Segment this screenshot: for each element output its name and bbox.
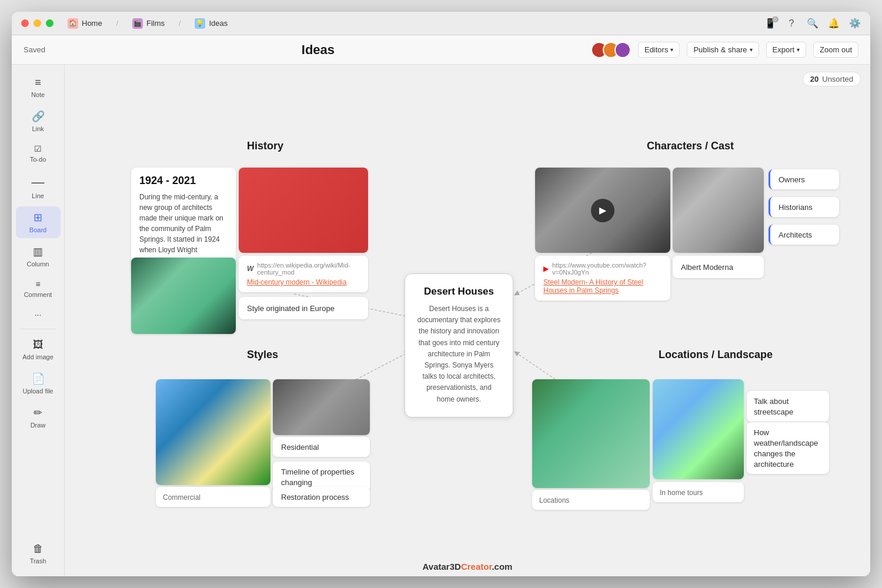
locations-text: Locations — [539, 496, 569, 505]
canvas[interactable]: 20 Unsorted History — [65, 65, 870, 576]
history-chair-card[interactable] — [239, 168, 368, 253]
sidebar-item-comment[interactable]: ≡ Comment — [16, 275, 61, 303]
sidebar-item-link[interactable]: 🔗 Link — [16, 105, 61, 137]
commercial-text: Commercial — [163, 493, 201, 502]
history-wiki-card[interactable]: W https://en.wikipedia.org/wiki/Mid-cent… — [239, 256, 368, 292]
characters-architects-card[interactable]: Architects — [769, 225, 839, 245]
locations-inhome-card[interactable]: In home tours — [653, 482, 744, 502]
help-icon[interactable]: ? — [786, 18, 797, 29]
styles-residential-card[interactable]: Residential — [273, 437, 370, 457]
minimize-button[interactable] — [34, 19, 41, 27]
unsorted-count: 20 — [810, 75, 818, 83]
export-button[interactable]: Export ▾ — [766, 42, 807, 58]
sidebar-item-draw[interactable]: ✏ Draw — [16, 402, 61, 433]
characters-person-card[interactable] — [673, 168, 764, 253]
export-label: Export — [773, 45, 795, 54]
column-icon: ▥ — [33, 245, 43, 258]
app-window: 🏠 Home / 🎬 Films / 💡 Ideas 📱 0 ? 🔍 🔔 ⚙️ … — [12, 12, 870, 576]
maximize-button[interactable] — [46, 19, 54, 27]
characters-historians-card[interactable]: Historians — [769, 197, 839, 217]
note-label: Note — [31, 91, 45, 98]
comment-label: Comment — [24, 291, 52, 298]
inhome-text: In home tours — [660, 489, 703, 497]
sidebar-item-trash[interactable]: 🗑 Trash — [16, 538, 61, 569]
center-node[interactable]: Desert Houses Desert Houses is a documen… — [405, 273, 513, 417]
tab-home[interactable]: 🏠 Home — [63, 16, 107, 31]
todo-label: To-do — [30, 156, 46, 163]
locations-weather-card[interactable]: How weather/landscape changes the archit… — [747, 422, 829, 474]
zoom-out-button[interactable]: Zoom out — [813, 42, 858, 58]
styles-bwcar-card[interactable] — [273, 379, 370, 435]
sidebar-item-line[interactable]: — Line — [16, 170, 61, 204]
mobile-icon[interactable]: 📱 0 — [764, 18, 776, 29]
styles-restoration-card[interactable]: Restoration process — [273, 487, 370, 507]
draw-label: Draw — [31, 422, 46, 429]
titlebar: 🏠 Home / 🎬 Films / 💡 Ideas 📱 0 ? 🔍 🔔 ⚙️ — [12, 12, 870, 35]
editors-button[interactable]: Editors ▾ — [638, 42, 680, 58]
locations-streetscape-card[interactable]: Talk about streetscape — [747, 391, 829, 422]
search-icon[interactable]: 🔍 — [807, 18, 818, 29]
more-icon: ··· — [35, 310, 42, 319]
center-node-body: Desert Houses is a documentary that expl… — [417, 303, 501, 405]
board-label: Board — [29, 226, 46, 233]
saved-status: Saved — [24, 45, 45, 54]
sidebar-item-more[interactable]: ··· — [16, 305, 61, 324]
characters-albert-card[interactable]: Albert Moderna — [673, 256, 764, 278]
styles-label: Styles — [247, 349, 278, 361]
wiki-link-title[interactable]: Mid-century modern - Wikipedia — [247, 278, 360, 286]
locations-road-card[interactable] — [653, 379, 744, 479]
close-button[interactable] — [21, 19, 29, 27]
owners-text: Owners — [779, 175, 805, 184]
architects-text: Architects — [779, 230, 812, 239]
historians-text: Historians — [779, 203, 813, 212]
settings-icon[interactable]: ⚙️ — [849, 18, 861, 29]
characters-label: Characters / Cast — [647, 140, 734, 152]
traffic-lights — [21, 19, 54, 27]
bell-icon[interactable]: 🔔 — [828, 18, 840, 29]
zoom-label: Zoom out — [820, 45, 852, 54]
play-icon[interactable]: ▶ — [591, 199, 614, 222]
ideas-icon: 💡 — [195, 18, 205, 29]
sidebar-item-note[interactable]: ≡ Note — [16, 72, 61, 103]
characters-owners-card[interactable]: Owners — [769, 169, 839, 189]
history-style-card[interactable]: Style originated in Europe — [239, 297, 368, 319]
films-icon: 🎬 — [132, 18, 143, 29]
tab-films-label: Films — [146, 19, 165, 28]
locations-aerial-card[interactable] — [532, 379, 650, 488]
timeline-text: Timeline of properties changing — [281, 467, 355, 487]
sidebar-item-board[interactable]: ⊞ Board — [16, 206, 61, 238]
publish-button[interactable]: Publish & share ▾ — [687, 42, 759, 58]
styles-commercial-card[interactable]: Commercial — [156, 487, 270, 507]
watermark-highlight: Creator — [461, 562, 492, 572]
toolbar: Saved Ideas Editors ▾ Publish & share ▾ … — [12, 35, 870, 65]
characters-video-card[interactable]: ▶ — [535, 168, 670, 253]
history-palms-card[interactable] — [131, 258, 236, 334]
youtube-link-title[interactable]: Steel Modern- A History of Steel Houses … — [543, 278, 662, 295]
residential-text: Residential — [281, 443, 319, 452]
sidebar-divider — [21, 329, 56, 329]
center-node-title: Desert Houses — [417, 286, 501, 298]
characters-youtube-card[interactable]: ▶ https://www.youtube.com/watch?v=0NxJ0g… — [535, 256, 670, 300]
tab-ideas[interactable]: 💡 Ideas — [190, 16, 232, 31]
sidebar-item-todo[interactable]: ☑ To-do — [16, 139, 61, 168]
styles-building-card[interactable] — [156, 379, 270, 485]
locations-location-label-card[interactable]: Locations — [532, 490, 650, 510]
main-layout: ≡ Note 🔗 Link ☑ To-do — Line ⊞ Board ▥ C… — [12, 65, 870, 576]
tab-films[interactable]: 🎬 Films — [128, 16, 169, 31]
tab-ideas-label: Ideas — [209, 19, 228, 28]
trash-icon: 🗑 — [33, 543, 44, 555]
publish-chevron-icon: ▾ — [750, 46, 753, 53]
locations-label: Locations / Landscape — [659, 349, 773, 361]
sidebar-item-column[interactable]: ▥ Column — [16, 240, 61, 272]
line-icon: — — [32, 175, 45, 190]
history-text-body: During the mid-century, a new group of a… — [139, 192, 228, 266]
comment-icon: ≡ — [35, 279, 40, 289]
streetscape-text: Talk about streetscape — [754, 397, 793, 416]
avatar-3 — [614, 42, 631, 58]
sidebar-item-add-image[interactable]: 🖼 Add image — [16, 334, 61, 365]
column-label: Column — [27, 260, 49, 268]
sidebar-item-upload[interactable]: 📄 Upload file — [16, 368, 61, 399]
unsorted-badge: 20 Unsorted — [803, 72, 861, 86]
editors-avatars — [591, 42, 631, 58]
publish-label: Publish & share — [693, 45, 747, 54]
